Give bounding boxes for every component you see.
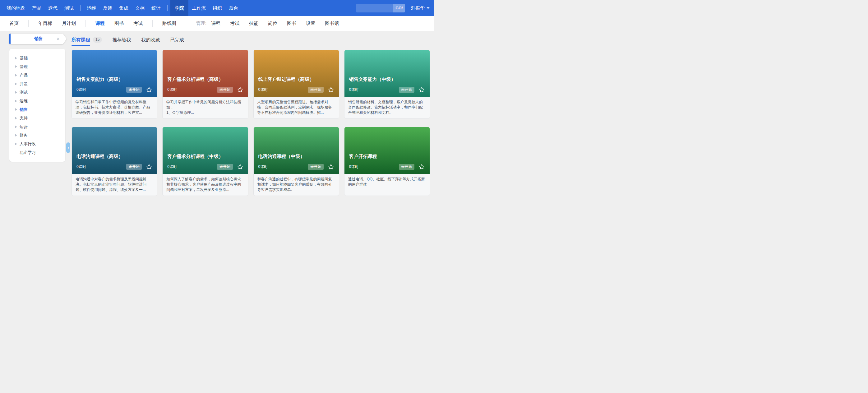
star-icon[interactable] [328, 163, 334, 170]
course-title: 客户开拓课程 [349, 154, 425, 159]
star-icon[interactable] [418, 86, 425, 93]
subnav-label-manage: 管理: [196, 21, 207, 26]
tree-item-active[interactable]: 销售 [9, 105, 65, 114]
expand-arrow-icon[interactable] [15, 143, 17, 145]
course-cover: 客户需求分析课程（中级） 0课时 未开始 [163, 127, 248, 174]
topnav-item-active[interactable]: 学院 [170, 0, 188, 16]
category-filter-chip[interactable]: 销售 × [9, 34, 66, 44]
sidebar: 销售 × 基础管理产品开发测试运维销售支持运营财务人事行政易企学习 ‹ [9, 34, 65, 196]
tree-item[interactable]: 财务 [9, 131, 65, 140]
expand-arrow-icon[interactable] [15, 100, 17, 102]
nav-divider [167, 5, 167, 11]
chevron-down-icon [427, 7, 430, 9]
topnav-item[interactable]: 反馈 [99, 0, 116, 16]
course-title: 客户需求分析课程（高级） [167, 77, 243, 82]
user-menu[interactable]: 刘振华 [411, 5, 430, 11]
subnav-item[interactable]: 岗位 [268, 21, 277, 26]
expand-arrow-icon[interactable] [15, 126, 17, 128]
topnav-item[interactable]: 统计 [148, 0, 164, 16]
expand-arrow-icon[interactable] [15, 74, 17, 77]
subnav-item[interactable]: 首页 [9, 21, 19, 26]
star-icon[interactable] [328, 86, 334, 93]
filter-label: 销售 [34, 36, 43, 42]
tab-active[interactable]: 所有课程15 [71, 37, 102, 43]
subnav-item[interactable]: 考试 [133, 21, 143, 26]
subnav-item[interactable]: 考试 [230, 21, 239, 26]
subnav-item[interactable]: 月计划 [62, 21, 76, 26]
tree-item[interactable]: 支持 [9, 114, 65, 122]
tab[interactable]: 我的收藏 [141, 37, 160, 43]
subnav-item[interactable]: 图书 [115, 21, 124, 26]
course-meta: 0课时 未开始 [349, 86, 425, 93]
course-card[interactable]: 销售文案能力（中级） 0课时 未开始 销售所需的材料、文档整理，客户意见较大的合… [344, 50, 430, 119]
course-cover: 客户需求分析课程（高级） 0课时 未开始 [163, 50, 248, 97]
tree-item[interactable]: 管理 [9, 62, 65, 71]
topnav-item[interactable]: 后台 [225, 0, 242, 16]
topnav-item[interactable]: 组织 [209, 0, 225, 16]
course-title: 电话沟通课程（高级） [76, 154, 152, 159]
course-cover: 电话沟通课程（中级） 0课时 未开始 [254, 127, 339, 174]
tree-item-label: 人事行政 [20, 142, 36, 146]
course-card[interactable]: 客户开拓课程 0课时 未开始 通过电话、QQ、社区、线下拜访等方式开拓新的用户群… [344, 127, 430, 196]
nav-divider [86, 20, 86, 27]
topnav-item[interactable]: 运维 [83, 0, 99, 16]
tree-item[interactable]: 测试 [9, 88, 65, 97]
expand-arrow-icon[interactable] [15, 108, 17, 111]
expand-arrow-icon[interactable] [15, 134, 17, 137]
subnav-item[interactable]: 技能 [249, 21, 258, 26]
course-card[interactable]: 线上客户跟进课程（高级） 0课时 未开始 大型项目的完整销售流程跟进。包括需求对… [253, 50, 339, 119]
subnav-item[interactable]: 课程 [211, 21, 220, 26]
subnav-item[interactable]: 图书馆 [325, 21, 339, 26]
tree-item[interactable]: 运营 [9, 122, 65, 131]
course-card[interactable]: 电话沟通课程（高级） 0课时 未开始 电话沟通中对客户的需求梳理及矛盾问题解决。… [71, 127, 157, 196]
subnav-item[interactable]: 年目标 [38, 21, 52, 26]
course-card[interactable]: 客户需求分析课程（中级） 0课时 未开始 如何深入了解客户的需求，如何鉴别核心需… [162, 127, 248, 196]
expand-arrow-icon[interactable] [15, 91, 17, 94]
topnav-item[interactable]: 工作流 [188, 0, 209, 16]
topnav-item[interactable]: 测试 [61, 0, 77, 16]
star-icon[interactable] [146, 163, 152, 170]
search-go-button[interactable]: GO! [393, 4, 405, 12]
course-meta: 0课时 未开始 [76, 163, 152, 170]
tree-item[interactable]: 产品 [9, 71, 65, 80]
tree-item-label: 管理 [20, 64, 28, 69]
subnav-item[interactable]: 图书 [287, 21, 296, 26]
tree-item[interactable]: 基础 [9, 54, 65, 62]
course-card[interactable]: 客户需求分析课程（高级） 0课时 未开始 学习并掌握工作中常见的问题分析方法和技… [162, 50, 248, 119]
content-area: 销售 × 基础管理产品开发测试运维销售支持运营财务人事行政易企学习 ‹ 所有课程… [0, 31, 434, 196]
course-card[interactable]: 销售文案能力（高级） 0课时 未开始 学习销售和日常工作中所必须的复杂材料整理，… [71, 50, 157, 119]
status-badge: 未开始 [217, 164, 233, 170]
tab[interactable]: 推荐给我 [112, 37, 131, 43]
course-cover: 销售文案能力（中级） 0课时 未开始 [344, 50, 430, 97]
star-icon[interactable] [146, 86, 152, 93]
expand-arrow-icon[interactable] [15, 57, 17, 59]
course-hours: 0课时 [258, 87, 268, 92]
tree-item-label: 运营 [20, 124, 28, 129]
subnav-item[interactable]: 路线图 [162, 21, 176, 26]
expand-arrow-icon[interactable] [15, 83, 17, 85]
topnav-item[interactable]: 迭代 [45, 0, 61, 16]
course-title: 线上客户跟进课程（高级） [258, 77, 334, 82]
star-icon[interactable] [237, 86, 243, 93]
tree-item[interactable]: 开发 [9, 80, 65, 88]
course-meta: 0课时 未开始 [349, 163, 425, 170]
tree-item[interactable]: 运维 [9, 97, 65, 105]
tab[interactable]: 已完成 [170, 37, 184, 43]
search-input[interactable] [356, 4, 393, 12]
close-icon[interactable]: × [56, 36, 60, 42]
topnav-item[interactable]: 集成 [116, 0, 132, 16]
topnav-item[interactable]: 产品 [29, 0, 45, 16]
sidebar-collapse-handle[interactable]: ‹ [66, 142, 70, 153]
expand-arrow-icon[interactable] [15, 117, 17, 119]
star-icon[interactable] [237, 163, 243, 170]
topnav-item[interactable]: 我的地盘 [3, 0, 29, 16]
course-grid: 销售文案能力（高级） 0课时 未开始 学习销售和日常工作中所必须的复杂材料整理，… [71, 50, 430, 196]
subnav-item[interactable]: 设置 [306, 21, 315, 26]
expand-arrow-icon[interactable] [15, 65, 17, 68]
tree-item[interactable]: 易企学习 [9, 148, 65, 157]
tree-item[interactable]: 人事行政 [9, 140, 65, 148]
subnav-item-active[interactable]: 课程 [95, 21, 105, 26]
course-card[interactable]: 电话沟通课程（中级） 0课时 未开始 和客户沟通的过程中，有哪些常见的问题回复和… [253, 127, 339, 196]
star-icon[interactable] [418, 163, 425, 170]
topnav-item[interactable]: 文档 [132, 0, 148, 16]
